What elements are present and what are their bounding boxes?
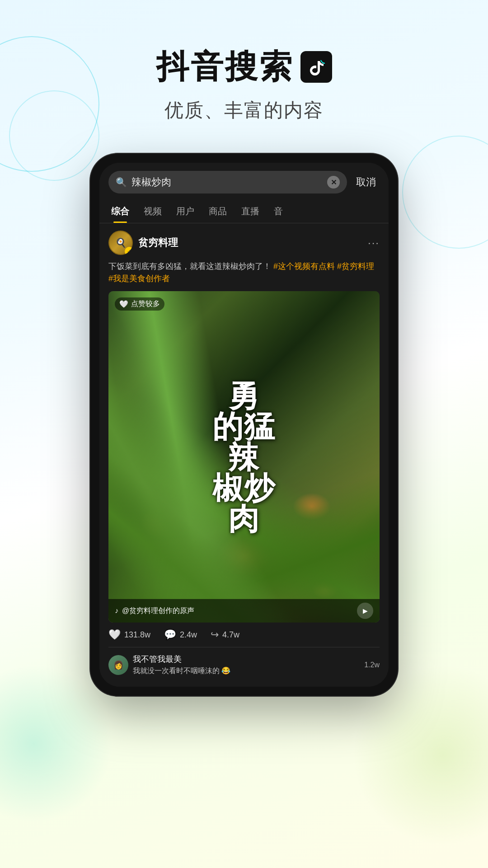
phone-container: 🔍 辣椒炒肉 ✕ 取消 综合 视频 用户 商品 <box>90 154 398 696</box>
search-query-text: 辣椒炒肉 <box>131 175 323 189</box>
comment-likes-count: 1.2w <box>364 661 380 669</box>
commenter-name: 我不管我最美 <box>133 654 360 665</box>
comment-row: 👩 我不管我最美 我就没一次看时不咽唾沫的 😂 1.2w <box>108 647 380 679</box>
video-background: 勇的猛辣椒炒肉 🤍 点赞较多 ♪ @贫穷料理创作的原声 <box>108 291 380 623</box>
likes-badge: 🤍 点赞较多 <box>115 297 164 311</box>
comments-stat[interactable]: 💬 2.4w <box>164 629 197 641</box>
stats-row: 🤍 131.8w 💬 2.4w ↪ 4.7w <box>108 623 380 647</box>
tiktok-logo-icon <box>300 51 332 83</box>
comment-stat-icon: 💬 <box>164 629 176 641</box>
title-row: 抖音搜索 <box>0 45 488 89</box>
likes-count: 131.8w <box>124 630 150 640</box>
video-overlay-text: 勇的猛辣椒炒肉 <box>122 380 366 534</box>
commenter-avatar: 👩 <box>108 655 128 675</box>
tab-综合[interactable]: 综合 <box>104 202 136 223</box>
more-options-button[interactable]: ··· <box>368 236 380 249</box>
avatar: 🍳 ✓ <box>108 231 133 255</box>
comments-count: 2.4w <box>180 630 197 640</box>
audio-label: @贫穷料理创作的原声 <box>122 606 194 616</box>
search-bar-area: 🔍 辣椒炒肉 ✕ 取消 <box>99 163 389 198</box>
app-subtitle: 优质、丰富的内容 <box>0 98 488 123</box>
play-button[interactable]: ▶ <box>357 603 373 619</box>
hashtag-1[interactable]: #这个视频有点料 <box>273 262 335 271</box>
audio-bar[interactable]: ♪ @贫穷料理创作的原声 ▶ <box>108 599 380 623</box>
search-icon: 🔍 <box>116 177 127 188</box>
header-section: 抖音搜索 优质、丰富的内容 <box>0 0 488 141</box>
shares-stat[interactable]: ↪ 4.7w <box>211 629 239 641</box>
tab-商品[interactable]: 商品 <box>202 202 234 223</box>
tabs-row: 综合 视频 用户 商品 直播 音 <box>99 198 389 223</box>
tab-用户[interactable]: 用户 <box>169 202 202 223</box>
heart-icon: 🤍 <box>119 300 128 308</box>
phone-screen: 🔍 辣椒炒肉 ✕ 取消 综合 视频 用户 商品 <box>99 163 389 687</box>
shares-count: 4.7w <box>222 630 239 640</box>
hashtag-2[interactable]: #贫穷料理 <box>337 262 374 271</box>
comment-content: 我不管我最美 我就没一次看时不咽唾沫的 😂 <box>133 654 360 676</box>
search-clear-button[interactable]: ✕ <box>327 176 340 189</box>
heart-stat-icon: 🤍 <box>108 629 121 641</box>
user-card: 🍳 ✓ 贫穷料理 ··· <box>108 231 380 255</box>
verified-badge: ✓ <box>125 247 133 255</box>
user-name: 贫穷料理 <box>138 236 178 250</box>
tab-直播[interactable]: 直播 <box>234 202 267 223</box>
search-input-wrapper[interactable]: 🔍 辣椒炒肉 ✕ <box>108 171 347 193</box>
likes-badge-text: 点赞较多 <box>131 299 160 309</box>
cancel-button[interactable]: 取消 <box>352 175 380 189</box>
post-description: 下饭菜到底有多凶猛，就看这道辣椒炒肉了！ #这个视频有点料 #贫穷料理 #我是美… <box>108 260 380 285</box>
hashtag-3[interactable]: #我是美食创作者 <box>108 274 170 283</box>
comment-text: 我就没一次看时不咽唾沫的 😂 <box>133 666 360 676</box>
tab-视频[interactable]: 视频 <box>136 202 169 223</box>
audio-info: ♪ @贫穷料理创作的原声 <box>115 606 194 616</box>
share-stat-icon: ↪ <box>211 629 219 641</box>
tab-音[interactable]: 音 <box>267 202 290 223</box>
music-icon: ♪ <box>115 607 118 615</box>
video-text-overlay: 勇的猛辣椒炒肉 <box>122 380 366 534</box>
bg-decoration-circle-3 <box>402 136 488 249</box>
phone-mockup: 🔍 辣椒炒肉 ✕ 取消 综合 视频 用户 商品 <box>90 154 398 696</box>
likes-stat[interactable]: 🤍 131.8w <box>108 629 150 641</box>
video-thumbnail[interactable]: 勇的猛辣椒炒肉 🤍 点赞较多 ♪ @贫穷料理创作的原声 <box>108 291 380 623</box>
content-area: 🍳 ✓ 贫穷料理 ··· 下饭菜到底有多凶猛，就看这道辣椒炒肉了！ #这个视频有… <box>99 223 389 687</box>
app-title: 抖音搜索 <box>156 45 294 89</box>
